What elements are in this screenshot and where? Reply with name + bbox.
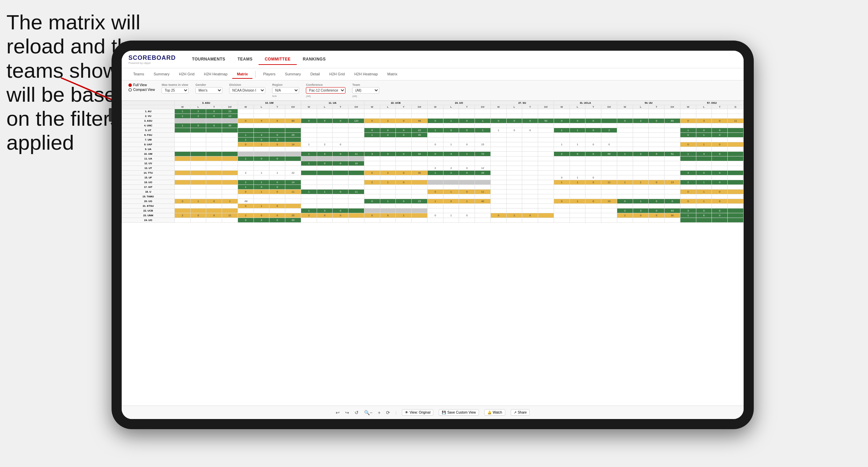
matrix-cell[interactable] bbox=[174, 175, 190, 180]
matrix-cell[interactable]: 13 bbox=[665, 180, 680, 185]
matrix-cell[interactable] bbox=[665, 133, 680, 138]
matrix-cell[interactable] bbox=[538, 199, 554, 204]
matrix-cell[interactable]: 23 bbox=[412, 199, 428, 204]
matrix-cell[interactable] bbox=[254, 152, 269, 156]
undo-btn[interactable]: ↩ bbox=[336, 410, 340, 415]
matrix-cell[interactable] bbox=[174, 190, 190, 194]
matrix-cell[interactable] bbox=[538, 114, 554, 119]
matrix-cell[interactable] bbox=[427, 138, 443, 142]
matrix-cell[interactable]: 1 bbox=[254, 142, 269, 147]
matrix-cell[interactable] bbox=[617, 185, 633, 190]
matrix-cell[interactable] bbox=[174, 204, 190, 208]
matrix-cell[interactable] bbox=[696, 175, 712, 180]
matrix-cell[interactable]: 1 bbox=[238, 133, 254, 138]
matrix-cell[interactable] bbox=[712, 175, 728, 180]
matrix-cell[interactable] bbox=[206, 218, 222, 223]
matrix-cell[interactable] bbox=[412, 185, 428, 190]
matrix-cell[interactable] bbox=[459, 185, 475, 190]
matrix-cell[interactable] bbox=[206, 147, 222, 152]
matrix-cell[interactable]: 0 bbox=[617, 119, 633, 123]
matrix-cell[interactable] bbox=[222, 147, 238, 152]
matrix-cell[interactable] bbox=[333, 123, 348, 128]
matrix-cell[interactable] bbox=[333, 199, 348, 204]
matrix-cell[interactable] bbox=[348, 208, 364, 213]
matrix-cell[interactable]: 2 bbox=[364, 180, 380, 185]
matrix-cell[interactable]: 2 bbox=[238, 213, 254, 218]
matrix-cell[interactable] bbox=[301, 123, 317, 128]
matrix-cell[interactable]: 0 bbox=[585, 175, 601, 180]
matrix-cell[interactable]: 0 bbox=[396, 128, 412, 133]
matrix-cell[interactable] bbox=[617, 175, 633, 180]
matrix-cell[interactable] bbox=[238, 194, 254, 199]
matrix-cell[interactable] bbox=[269, 128, 285, 133]
sub-tab-summary[interactable]: Summary bbox=[149, 70, 174, 79]
matrix-cell[interactable] bbox=[712, 138, 728, 142]
matrix-cell[interactable] bbox=[285, 156, 301, 161]
matrix-cell[interactable] bbox=[554, 109, 570, 114]
matrix-cell[interactable]: 0 bbox=[364, 119, 380, 123]
matrix-cell[interactable]: 1 bbox=[301, 190, 317, 194]
matrix-cell[interactable]: 0 bbox=[333, 142, 348, 147]
matrix-cell[interactable] bbox=[269, 123, 285, 128]
matrix-cell[interactable] bbox=[601, 123, 617, 128]
matrix-cell[interactable] bbox=[601, 138, 617, 142]
matrix-cell[interactable]: 66 bbox=[601, 152, 617, 156]
matrix-cell[interactable] bbox=[206, 142, 222, 147]
matrix-cell[interactable] bbox=[696, 156, 712, 161]
matrix-cell[interactable] bbox=[285, 147, 301, 152]
matrix-cell[interactable] bbox=[174, 161, 190, 166]
matrix-cell[interactable]: 4 bbox=[443, 152, 459, 156]
matrix-cell[interactable]: 2 bbox=[238, 180, 254, 185]
matrix-cell[interactable] bbox=[380, 194, 396, 199]
matrix-cell[interactable] bbox=[348, 123, 364, 128]
matrix-cell[interactable] bbox=[601, 166, 617, 171]
matrix-cell[interactable] bbox=[222, 175, 238, 180]
matrix-cell[interactable] bbox=[285, 138, 301, 142]
matrix-cell[interactable] bbox=[490, 161, 506, 166]
matrix-cell[interactable]: 2 bbox=[617, 208, 633, 213]
matrix-cell[interactable]: 25 bbox=[285, 213, 301, 218]
matrix-cell[interactable]: 1 bbox=[570, 128, 585, 133]
matrix-cell[interactable] bbox=[649, 109, 665, 114]
matrix-cell[interactable] bbox=[459, 109, 475, 114]
zoom-in-btn[interactable]: + bbox=[378, 410, 381, 415]
matrix-cell[interactable] bbox=[570, 194, 585, 199]
matrix-cell[interactable] bbox=[649, 123, 665, 128]
matrix-cell[interactable] bbox=[412, 142, 428, 147]
matrix-cell[interactable] bbox=[601, 204, 617, 208]
matrix-cell[interactable]: 1 bbox=[174, 123, 190, 128]
matrix-cell[interactable] bbox=[443, 147, 459, 152]
matrix-cell[interactable] bbox=[665, 204, 680, 208]
matrix-cell[interactable] bbox=[333, 114, 348, 119]
matrix-cell[interactable] bbox=[506, 185, 522, 190]
matrix-cell[interactable]: 0 bbox=[633, 213, 649, 218]
matrix-cell[interactable] bbox=[348, 156, 364, 161]
matrix-cell[interactable] bbox=[538, 175, 554, 180]
matrix-cell[interactable] bbox=[396, 142, 412, 147]
refresh-btn[interactable]: ⟳ bbox=[386, 410, 390, 415]
matrix-cell[interactable] bbox=[380, 218, 396, 223]
matrix-cell[interactable]: 0 bbox=[649, 208, 665, 213]
matrix-cell[interactable] bbox=[412, 166, 428, 171]
matrix-cell[interactable] bbox=[238, 109, 254, 114]
matrix-cell[interactable]: 1 bbox=[696, 199, 712, 204]
matrix-cell[interactable] bbox=[427, 161, 443, 166]
matrix-cell[interactable]: 0 bbox=[206, 199, 222, 204]
matrix-cell[interactable] bbox=[538, 109, 554, 114]
matrix-cell[interactable] bbox=[522, 180, 538, 185]
matrix-cell[interactable] bbox=[665, 109, 680, 114]
matrix-cell[interactable]: 23 bbox=[222, 109, 238, 114]
matrix-cell[interactable] bbox=[522, 194, 538, 199]
matrix-cell[interactable] bbox=[522, 114, 538, 119]
matrix-cell[interactable]: 0 bbox=[333, 190, 348, 194]
matrix-cell[interactable] bbox=[285, 109, 301, 114]
matrix-cell[interactable] bbox=[490, 171, 506, 175]
matrix-cell[interactable] bbox=[285, 161, 301, 166]
matrix-cell[interactable] bbox=[364, 194, 380, 199]
matrix-cell[interactable] bbox=[554, 114, 570, 119]
matrix-cell[interactable]: 0 bbox=[364, 171, 380, 175]
matrix-cell[interactable] bbox=[412, 204, 428, 208]
matrix-cell[interactable]: 80 bbox=[285, 119, 301, 123]
matrix-cell[interactable] bbox=[585, 208, 601, 213]
matrix-cell[interactable] bbox=[317, 180, 333, 185]
